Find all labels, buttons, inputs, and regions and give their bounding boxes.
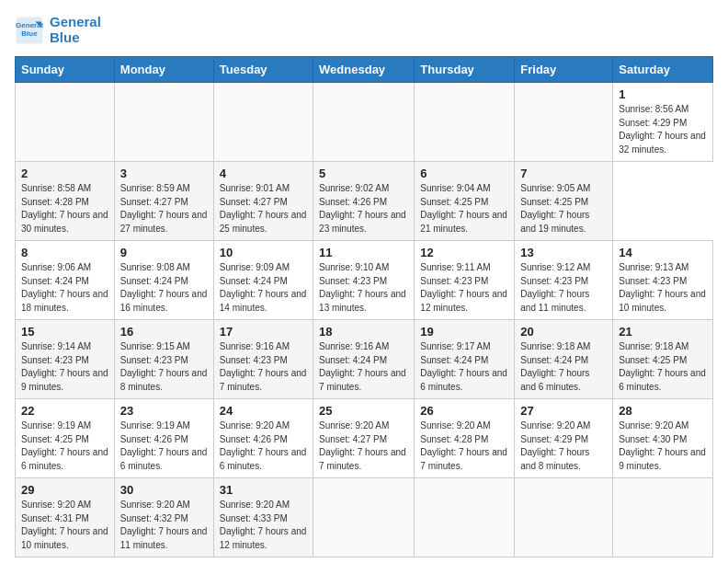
day-info: Sunrise: 9:18 AMSunset: 4:25 PMDaylight:… [619,340,707,394]
day-info: Sunrise: 9:02 AMSunset: 4:26 PMDaylight:… [319,182,408,236]
day-info: Sunrise: 9:12 AMSunset: 4:23 PMDaylight:… [520,261,607,315]
calendar-empty-cell [213,83,313,162]
day-number: 4 [220,167,307,180]
logo-icon: General Blue [15,16,44,45]
calendar-week-row: 15Sunrise: 9:14 AMSunset: 4:23 PMDayligh… [16,320,713,399]
day-number: 23 [120,404,208,418]
day-number: 12 [420,246,508,259]
calendar-day-header: Monday [114,57,213,83]
calendar-day-cell: 7Sunrise: 9:05 AMSunset: 4:25 PMDaylight… [515,162,613,241]
calendar-empty-cell [313,83,415,162]
day-number: 16 [120,325,208,339]
calendar-day-cell: 10Sunrise: 9:09 AMSunset: 4:24 PMDayligh… [213,241,313,320]
day-number: 26 [420,404,508,418]
calendar-empty-cell [515,83,613,162]
calendar-empty-cell [16,83,115,162]
calendar-day-header: Friday [515,57,613,83]
calendar-day-cell: 17Sunrise: 9:16 AMSunset: 4:23 PMDayligh… [213,320,313,399]
day-number: 19 [420,325,508,339]
day-info: Sunrise: 9:20 AMSunset: 4:32 PMDaylight:… [120,499,208,552]
day-info: Sunrise: 9:20 AMSunset: 4:30 PMDaylight:… [619,419,707,473]
svg-text:Blue: Blue [21,29,38,38]
calendar-day-cell: 6Sunrise: 9:04 AMSunset: 4:25 PMDaylight… [415,162,515,241]
calendar-day-cell: 2Sunrise: 8:58 AMSunset: 4:28 PMDaylight… [16,162,115,241]
calendar-day-header: Saturday [613,57,713,83]
day-number: 7 [520,167,607,180]
day-number: 17 [220,325,307,339]
page-header: General Blue General Blue [15,15,713,45]
day-number: 13 [520,246,607,259]
calendar-day-cell: 25Sunrise: 9:20 AMSunset: 4:27 PMDayligh… [313,399,415,478]
calendar-day-header: Sunday [16,57,115,83]
day-info: Sunrise: 9:20 AMSunset: 4:29 PMDaylight:… [520,419,607,473]
calendar-day-cell: 28Sunrise: 9:20 AMSunset: 4:30 PMDayligh… [613,399,713,478]
day-number: 9 [120,246,208,259]
calendar-day-cell: 5Sunrise: 9:02 AMSunset: 4:26 PMDaylight… [313,162,415,241]
day-info: Sunrise: 8:58 AMSunset: 4:28 PMDaylight:… [21,182,108,236]
calendar-empty-cell [415,478,515,557]
calendar-day-cell: 3Sunrise: 8:59 AMSunset: 4:27 PMDaylight… [114,162,213,241]
calendar-day-cell: 9Sunrise: 9:08 AMSunset: 4:24 PMDaylight… [114,241,213,320]
calendar-empty-cell [613,478,713,557]
day-info: Sunrise: 9:20 AMSunset: 4:31 PMDaylight:… [21,499,108,552]
day-info: Sunrise: 9:15 AMSunset: 4:23 PMDaylight:… [120,340,208,394]
day-number: 15 [21,325,108,339]
calendar-day-header: Tuesday [213,57,313,83]
day-info: Sunrise: 9:06 AMSunset: 4:24 PMDaylight:… [21,261,108,315]
day-info: Sunrise: 9:13 AMSunset: 4:23 PMDaylight:… [619,261,707,315]
day-number: 20 [520,325,607,339]
day-number: 25 [319,404,408,418]
calendar-day-cell: 16Sunrise: 9:15 AMSunset: 4:23 PMDayligh… [114,320,213,399]
calendar-day-cell: 4Sunrise: 9:01 AMSunset: 4:27 PMDaylight… [213,162,313,241]
calendar-day-cell: 19Sunrise: 9:17 AMSunset: 4:24 PMDayligh… [415,320,515,399]
day-info: Sunrise: 9:16 AMSunset: 4:23 PMDaylight:… [220,340,307,394]
day-number: 6 [420,167,508,180]
day-number: 3 [120,167,208,180]
day-info: Sunrise: 9:20 AMSunset: 4:28 PMDaylight:… [420,419,508,473]
calendar-day-header: Thursday [415,57,515,83]
day-number: 2 [21,167,108,180]
day-number: 28 [619,404,707,418]
day-info: Sunrise: 8:56 AMSunset: 4:29 PMDaylight:… [619,103,707,156]
calendar-table: SundayMondayTuesdayWednesdayThursdayFrid… [15,56,713,557]
day-info: Sunrise: 9:08 AMSunset: 4:24 PMDaylight:… [120,261,208,315]
calendar-header-row: SundayMondayTuesdayWednesdayThursdayFrid… [16,57,713,83]
day-info: Sunrise: 9:17 AMSunset: 4:24 PMDaylight:… [420,340,508,394]
calendar-day-cell: 12Sunrise: 9:11 AMSunset: 4:23 PMDayligh… [415,241,515,320]
calendar-day-cell: 21Sunrise: 9:18 AMSunset: 4:25 PMDayligh… [613,320,713,399]
logo: General Blue General Blue [15,15,101,45]
calendar-empty-cell [313,478,415,557]
calendar-day-cell: 1Sunrise: 8:56 AMSunset: 4:29 PMDaylight… [613,83,713,162]
calendar-day-cell: 27Sunrise: 9:20 AMSunset: 4:29 PMDayligh… [515,399,613,478]
calendar-day-cell: 26Sunrise: 9:20 AMSunset: 4:28 PMDayligh… [415,399,515,478]
day-number: 29 [21,483,108,497]
day-number: 1 [619,87,707,101]
calendar-day-cell: 13Sunrise: 9:12 AMSunset: 4:23 PMDayligh… [515,241,613,320]
calendar-day-cell: 30Sunrise: 9:20 AMSunset: 4:32 PMDayligh… [114,478,213,557]
day-number: 18 [319,325,408,339]
day-info: Sunrise: 9:16 AMSunset: 4:24 PMDaylight:… [319,340,408,394]
day-info: Sunrise: 9:09 AMSunset: 4:24 PMDaylight:… [220,261,307,315]
calendar-day-cell: 14Sunrise: 9:13 AMSunset: 4:23 PMDayligh… [613,241,713,320]
calendar-day-cell: 24Sunrise: 9:20 AMSunset: 4:26 PMDayligh… [213,399,313,478]
logo-text: General Blue [50,15,101,45]
day-info: Sunrise: 9:01 AMSunset: 4:27 PMDaylight:… [220,182,307,236]
day-info: Sunrise: 8:59 AMSunset: 4:27 PMDaylight:… [120,182,208,236]
day-number: 8 [21,246,108,259]
day-info: Sunrise: 9:05 AMSunset: 4:25 PMDaylight:… [520,182,607,236]
calendar-empty-cell [415,83,515,162]
calendar-day-header: Wednesday [313,57,415,83]
day-info: Sunrise: 9:11 AMSunset: 4:23 PMDaylight:… [420,261,508,315]
day-number: 11 [319,246,408,259]
calendar-day-cell: 8Sunrise: 9:06 AMSunset: 4:24 PMDaylight… [16,241,115,320]
calendar-day-cell: 29Sunrise: 9:20 AMSunset: 4:31 PMDayligh… [16,478,115,557]
calendar-day-cell: 20Sunrise: 9:18 AMSunset: 4:24 PMDayligh… [515,320,613,399]
day-info: Sunrise: 9:19 AMSunset: 4:26 PMDaylight:… [120,419,208,473]
day-number: 22 [21,404,108,418]
day-number: 21 [619,325,707,339]
calendar-day-cell: 15Sunrise: 9:14 AMSunset: 4:23 PMDayligh… [16,320,115,399]
day-info: Sunrise: 9:14 AMSunset: 4:23 PMDaylight:… [21,340,108,394]
day-number: 27 [520,404,607,418]
calendar-week-row: 29Sunrise: 9:20 AMSunset: 4:31 PMDayligh… [16,478,713,557]
day-info: Sunrise: 9:20 AMSunset: 4:26 PMDaylight:… [220,419,307,473]
